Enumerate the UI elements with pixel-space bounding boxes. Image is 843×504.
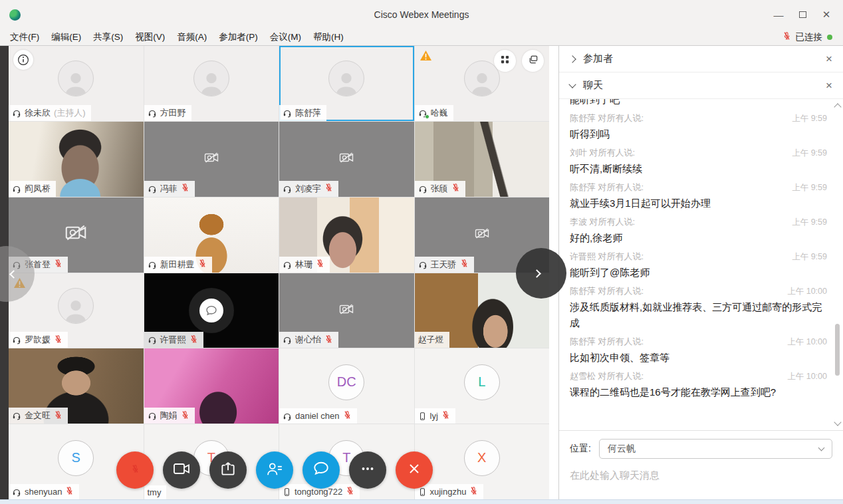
participant-name-label: 许晋熙 (144, 332, 203, 348)
participant-tile[interactable]: 哈巍 (415, 46, 550, 121)
participant-tile[interactable]: 徐未欣(主持人) (9, 46, 144, 121)
message-sender: 陈舒萍 对所有人说: (570, 285, 644, 297)
headset-icon (148, 108, 157, 118)
menu-item[interactable]: 文件(F) (4, 30, 45, 45)
headset-icon (283, 335, 292, 344)
participant-name: lyj (430, 411, 438, 421)
close-chat-panel-button[interactable]: × (826, 80, 832, 91)
participant-name: xujingzhu (430, 487, 467, 497)
video-grid-area: 徐未欣(主持人)方田野陈舒萍哈巍阎凤桥冯菲刘凌宇张颀张首登新田耕豊林珊王天骄罗歆… (0, 46, 549, 499)
minimize-button[interactable]: — (769, 6, 788, 23)
camera-off-icon (338, 151, 354, 167)
chevron-left-icon (9, 270, 18, 279)
menu-item[interactable]: 参加者(P) (213, 30, 264, 45)
scroll-up-icon[interactable] (834, 103, 841, 110)
message-time: 上午 10:00 (787, 286, 827, 297)
maximize-button[interactable] (792, 6, 812, 23)
participant-tile[interactable]: 许晋熙 (144, 273, 279, 348)
grid-view-button[interactable] (494, 50, 516, 72)
share-screen-icon (219, 460, 237, 480)
muted-mic-icon (54, 334, 62, 346)
participant-name-label: 王天骄 (415, 257, 474, 273)
message-time: 上午 9:59 (792, 251, 827, 263)
message-meta: 陈舒萍 对所有人说:上午 9:59 (570, 182, 827, 193)
participant-name: 冯菲 (160, 183, 178, 195)
switch-layout-button[interactable] (522, 50, 544, 72)
participant-tile[interactable]: 张颀 (415, 122, 550, 197)
scrollbar-thumb[interactable] (835, 324, 840, 376)
camera-icon (172, 461, 191, 479)
avatar-initials: S (58, 440, 94, 476)
participant-name-label: 林珊 (279, 257, 330, 273)
menu-item[interactable]: 帮助(H) (307, 30, 350, 45)
menu-item[interactable]: 音频(A) (171, 30, 213, 45)
chat-scrollbar[interactable] (834, 100, 842, 429)
chat-footer: 位置: 何云帆 在此处输入聊天消息 (559, 430, 843, 499)
participant-tile[interactable]: 方田野 (144, 46, 279, 121)
chat-button[interactable] (302, 451, 340, 489)
message-sender: 李波 对所有人说: (570, 216, 635, 228)
participant-tile[interactable]: DCdaniel chen (279, 348, 414, 424)
scroll-down-icon[interactable] (834, 418, 841, 426)
leave-meeting-button[interactable] (396, 451, 433, 489)
message-time: 上午 9:59 (792, 217, 827, 228)
participant-tile[interactable]: 阎凤桥 (9, 122, 144, 197)
participant-name: tmy (148, 487, 162, 497)
location-select[interactable]: 何云帆 (599, 439, 832, 459)
participant-tile[interactable]: 金文旺 (9, 348, 144, 424)
next-page-button[interactable] (516, 248, 566, 299)
chat-message-list: 能听到了吧陈舒萍 对所有人说:上午 9:59听得到吗刘叶 对所有人说:上午 9:… (559, 99, 843, 430)
chat-message: 李波 对所有人说:上午 9:59好的,徐老师 (570, 216, 827, 246)
menu-item[interactable]: 会议(M) (264, 30, 307, 45)
participants-panel-header[interactable]: 参加者 × (559, 46, 843, 72)
info-icon[interactable] (13, 50, 33, 70)
mute-button[interactable] (116, 451, 154, 489)
chevron-right-icon (568, 55, 576, 63)
message-sender: 赵雪松 对所有人说: (570, 370, 644, 382)
headset-icon (12, 335, 21, 344)
message-text: 课程的二维码也是16号才能在教学网上查到吧? (570, 384, 827, 400)
message-text: 好的,徐老师 (570, 230, 827, 246)
warning-icon (420, 50, 432, 64)
chat-message: 陈舒萍 对所有人说:上午 10:00涉及纸质版材料,如就业推荐表、三方可通过邮寄… (570, 285, 827, 331)
participant-name-label: 徐未欣(主持人) (9, 105, 91, 121)
participant-tile[interactable]: 林珊 (279, 197, 414, 273)
participant-name: 林珊 (295, 259, 312, 271)
participant-tile[interactable]: 陶娟 (144, 348, 279, 424)
chat-message-input[interactable]: 在此处输入聊天消息 (570, 469, 832, 482)
participant-tile[interactable]: 新田耕豊 (144, 197, 279, 273)
participant-grid: 徐未欣(主持人)方田野陈舒萍哈巍阎凤桥冯菲刘凌宇张颀张首登新田耕豊林珊王天骄罗歆… (9, 46, 549, 499)
message-text: 能听到了吧 (570, 99, 620, 108)
participant-tile[interactable]: 陈舒萍 (279, 46, 414, 121)
chat-panel-header[interactable]: 聊天 × (559, 72, 843, 99)
message-text: 就业手续3月1日起可以开始办理 (570, 195, 827, 211)
muted-mic-icon (181, 410, 189, 422)
chat-message: 陈舒萍 对所有人说:上午 10:00比如初次申领、签章等 (570, 336, 827, 366)
more-button[interactable] (349, 451, 386, 489)
close-participants-panel-button[interactable]: × (826, 53, 832, 64)
mic-muted-icon (131, 464, 140, 476)
muted-mic-icon (783, 31, 791, 43)
camera-button[interactable] (163, 451, 200, 489)
connected-dot-icon (827, 35, 832, 40)
participant-tile[interactable]: Llyj (415, 348, 550, 424)
participant-tile[interactable]: 谢心怡 (279, 273, 414, 348)
menu-item[interactable]: 编辑(E) (45, 30, 87, 45)
headset-icon (283, 260, 292, 269)
close-window-button[interactable]: ✕ (816, 6, 836, 23)
muted-mic-icon (54, 259, 62, 270)
menu-item[interactable]: 共享(S) (87, 30, 129, 45)
participants-button[interactable] (256, 451, 293, 489)
participant-tile[interactable]: Xxujingzhu (415, 424, 550, 499)
avatar-placeholder-icon (58, 288, 94, 324)
close-x-icon (406, 461, 422, 479)
participant-name: 方田野 (160, 107, 186, 119)
chat-status-badge (189, 288, 234, 333)
participant-name: shenyuan (25, 487, 62, 497)
participant-tile[interactable]: 冯菲 (144, 122, 279, 197)
menu-item[interactable]: 视图(V) (129, 30, 171, 45)
message-meta: 陈舒萍 对所有人说:上午 9:59 (570, 112, 827, 124)
participant-tile[interactable]: 刘凌宇 (279, 122, 414, 197)
switch-layout-icon (528, 55, 539, 67)
share-button[interactable] (209, 451, 247, 489)
